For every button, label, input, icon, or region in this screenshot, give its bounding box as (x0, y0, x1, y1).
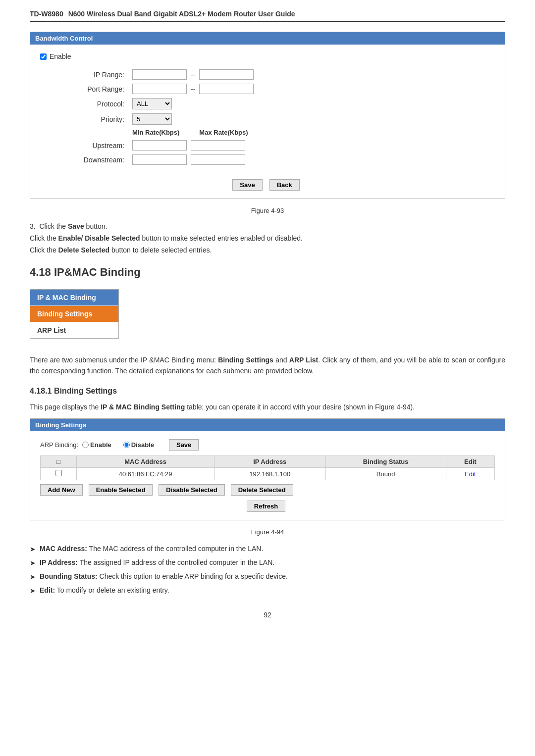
arrow-icon-bounding: ➤ (30, 572, 36, 582)
upstream-label: Upstream: (40, 138, 129, 152)
sidebar-item-ip-mac-binding[interactable]: IP & MAC Binding (30, 290, 118, 306)
protocol-label: Protocol: (40, 96, 129, 111)
bounding-bold: Bounding Status: (40, 572, 98, 580)
arrow-icon-edit: ➤ (30, 586, 36, 596)
arp-save-button[interactable]: Save (169, 439, 199, 451)
enable-label: Enable (50, 52, 71, 60)
port-range-end[interactable] (199, 84, 254, 94)
list-item-bounding: ➤ Bounding Status: Check this option to … (30, 571, 505, 582)
bandwidth-back-button[interactable]: Back (269, 179, 300, 191)
upstream-max[interactable] (191, 140, 245, 151)
ip-range-start[interactable] (132, 69, 187, 80)
ip-range-dash: -- (191, 71, 195, 79)
binding-table-header-row: □ MAC Address IP Address Binding Status … (41, 456, 495, 468)
col-binding-status: Binding Status (325, 456, 446, 468)
section-4181-description: This page displays the IP & MAC Binding … (30, 402, 505, 412)
port-range-row: Port Range: -- (40, 82, 495, 96)
edit-cell: Edit (446, 468, 494, 480)
mac-address-cell: 40:61:86:FC:74:29 (77, 468, 214, 480)
priority-select[interactable]: 5 (132, 113, 172, 125)
guide-title: N600 Wireless Dual Band Gigabit ADSL2+ M… (68, 10, 295, 18)
refresh-row: Refresh (40, 501, 495, 512)
upstream-min[interactable] (132, 140, 187, 151)
delete-selected-button[interactable]: Delete Selected (231, 484, 293, 496)
binding-table-body: 40:61:86:FC:74:29 192.168.1.100 Bound Ed… (41, 468, 495, 480)
arp-binding-label: ARP Binding: (40, 441, 78, 449)
mac-bold: MAC Address: (40, 545, 87, 553)
enable-selected-button[interactable]: Enable Selected (89, 484, 153, 496)
ip-mac-binding-menu: IP & MAC Binding Binding Settings ARP Li… (30, 289, 119, 339)
bandwidth-form-table: IP Range: -- Port Range: -- (40, 67, 495, 167)
section-4181-title: 4.18.1 Binding Settings (30, 387, 505, 396)
table-row: 40:61:86:FC:74:29 192.168.1.100 Bound Ed… (41, 468, 495, 480)
downstream-label: Downstream: (40, 152, 129, 167)
min-rate-header: Min Rate(Kbps) (132, 129, 179, 136)
row-checkbox[interactable] (55, 470, 62, 476)
edit-text: To modify or delete an existing entry. (55, 586, 169, 594)
binding-table: □ MAC Address IP Address Binding Status … (40, 455, 495, 480)
model-name: TD-W8980 (30, 10, 63, 18)
priority-row: Priority: 5 (40, 111, 495, 127)
downstream-max[interactable] (191, 154, 245, 165)
disable-selected-button[interactable]: Disable Selected (159, 484, 224, 496)
ip-text: The assigned IP address of the controlle… (78, 558, 274, 566)
disable-radio-label: Disable (123, 441, 158, 449)
enable-disable-text: Click the Enable/ Disable Selected butto… (30, 234, 505, 242)
page-header: TD-W8980 N600 Wireless Dual Band Gigabit… (30, 10, 505, 22)
downstream-min[interactable] (132, 154, 187, 165)
edit-bold: Edit: (40, 586, 55, 594)
priority-label: Priority: (40, 111, 129, 127)
section-418-description: There are two submenus under the IP &MAC… (30, 354, 505, 377)
disable-radio[interactable] (123, 442, 130, 448)
rate-header-row: Min Rate(Kbps) Max Rate(Kbps) (40, 127, 495, 138)
row-checkbox-cell (41, 468, 77, 480)
protocol-row: Protocol: ALL (40, 96, 495, 111)
binding-settings-panel-header: Binding Settings (30, 419, 505, 431)
refresh-button[interactable]: Refresh (247, 501, 285, 512)
delete-text: Click the Delete Selected button to dele… (30, 246, 505, 254)
figure-93-caption: Figure 4-93 (30, 207, 505, 214)
max-rate-header: Max Rate(Kbps) (199, 129, 248, 136)
ip-bold: IP Address: (40, 558, 78, 566)
protocol-select[interactable]: ALL (132, 98, 172, 109)
page-number: 92 (30, 611, 505, 619)
col-checkbox: □ (41, 456, 77, 468)
ip-address-cell: 192.168.1.100 (214, 468, 325, 480)
col-edit: Edit (446, 456, 494, 468)
binding-status-cell: Bound (325, 468, 446, 480)
sidebar-item-arp-list[interactable]: ARP List (30, 322, 118, 338)
figure-94-caption: Figure 4-94 (30, 528, 505, 536)
enable-radio[interactable] (82, 442, 89, 448)
enable-row: Enable (40, 52, 495, 60)
ip-range-row: IP Range: -- (40, 67, 495, 82)
list-item-mac: ➤ MAC Address: The MAC address of the co… (30, 544, 505, 554)
port-range-dash: -- (191, 85, 195, 93)
mac-text: The MAC address of the controlled comput… (87, 545, 263, 553)
enable-checkbox[interactable] (40, 53, 47, 60)
ip-range-label: IP Range: (40, 67, 129, 82)
upstream-row: Upstream: (40, 138, 495, 152)
downstream-row: Downstream: (40, 152, 495, 167)
feature-list: ➤ MAC Address: The MAC address of the co… (30, 544, 505, 596)
bandwidth-panel-header: Bandwidth Control (30, 32, 505, 45)
ip-range-end[interactable] (199, 69, 254, 80)
arrow-icon-mac: ➤ (30, 544, 36, 554)
add-new-button[interactable]: Add New (40, 484, 83, 496)
bandwidth-control-panel: Bandwidth Control Enable IP Range: -- Po… (30, 32, 505, 199)
port-range-label: Port Range: (40, 82, 129, 96)
edit-link[interactable]: Edit (465, 470, 476, 478)
bounding-text: Check this option to enable ARP binding … (98, 572, 288, 580)
arrow-icon-ip: ➤ (30, 558, 36, 568)
col-ip-address: IP Address (214, 456, 325, 468)
sidebar-item-binding-settings[interactable]: Binding Settings (30, 306, 118, 322)
port-range-start[interactable] (132, 84, 187, 94)
bandwidth-save-button[interactable]: Save (232, 179, 262, 191)
enable-radio-label: Enable (82, 441, 115, 449)
arp-binding-row: ARP Binding: Enable Disable Save (40, 439, 495, 451)
list-item-edit: ➤ Edit: To modify or delete an existing … (30, 585, 505, 596)
step-3: 3. Click the Save button. (30, 222, 505, 230)
binding-settings-panel: Binding Settings ARP Binding: Enable Dis… (30, 418, 505, 520)
list-item-ip: ➤ IP Address: The assigned IP address of… (30, 557, 505, 568)
col-mac-address: MAC Address (77, 456, 214, 468)
section-418-title: 4.18 IP&MAC Binding (30, 266, 505, 281)
